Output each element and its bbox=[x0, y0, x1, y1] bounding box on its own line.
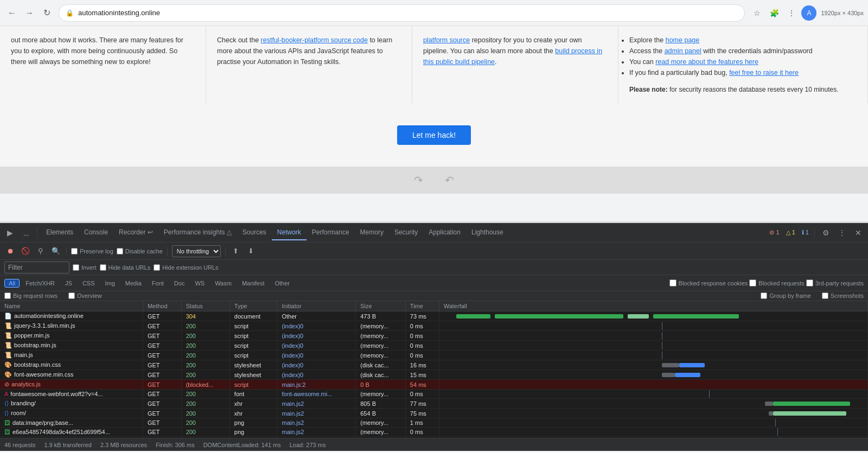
warn-count[interactable]: △ 1 bbox=[784, 228, 797, 237]
big-request-rows-checkbox[interactable] bbox=[4, 292, 11, 299]
table-row[interactable]: 🎨bootstrap.min.css GET 200 stylesheet (i… bbox=[0, 360, 868, 370]
col-type[interactable]: Type bbox=[229, 301, 277, 311]
hide-extension-urls-label[interactable]: Hide extension URLs bbox=[154, 264, 218, 271]
throttle-select[interactable]: No throttling bbox=[172, 245, 221, 257]
info-count[interactable]: ℹ 1 bbox=[800, 228, 811, 237]
record-button[interactable]: ⏺ bbox=[4, 245, 16, 257]
hide-data-urls-checkbox[interactable] bbox=[100, 264, 106, 271]
table-row[interactable]: ⟨⟩branding/ GET 200 xhr main.js2 805 B 7… bbox=[0, 399, 868, 409]
table-row[interactable]: 📜bootstrap.min.js GET 200 script (index)… bbox=[0, 341, 868, 351]
row-size: (disk cac... bbox=[356, 370, 406, 380]
bookmark-button[interactable]: ☆ bbox=[749, 5, 764, 21]
table-row[interactable]: 📄automationintesting.online GET 304 docu… bbox=[0, 311, 868, 321]
filter-manifest[interactable]: Manifest bbox=[238, 279, 269, 288]
invert-checkbox[interactable] bbox=[73, 264, 79, 271]
tab-security[interactable]: Security bbox=[389, 225, 423, 240]
table-row[interactable]: 📜main.js GET 200 script (index)0 (memory… bbox=[0, 351, 868, 360]
table-row[interactable]: 🖼e6ea54857498da9c4ef251d699f54... GET 20… bbox=[0, 428, 868, 437]
tab-network[interactable]: Network bbox=[272, 225, 307, 240]
filter-img[interactable]: Img bbox=[101, 279, 119, 288]
invert-label[interactable]: Invert bbox=[73, 264, 97, 271]
search-button[interactable]: 🔍 bbox=[50, 245, 62, 257]
tab-sources[interactable]: Sources bbox=[237, 225, 272, 240]
hack-button[interactable]: Let me hack! bbox=[397, 125, 471, 145]
table-row[interactable]: Afontawesome-webfont.woff2?v=4... GET 20… bbox=[0, 390, 868, 399]
screenshots-checkbox[interactable] bbox=[822, 292, 828, 299]
filter-doc[interactable]: Doc bbox=[170, 279, 189, 288]
filter-wasm[interactable]: Wasm bbox=[210, 279, 236, 288]
table-row[interactable]: ⟨⟩room/ GET 200 xhr main.js2 654 B 75 ms bbox=[0, 409, 868, 418]
back-button[interactable]: ← bbox=[4, 5, 20, 21]
platform-source-link[interactable]: platform source bbox=[423, 36, 470, 44]
table-row[interactable]: 📜popper.min.js GET 200 script (index)0 (… bbox=[0, 331, 868, 341]
inspect-element-button[interactable]: ▶ bbox=[2, 225, 17, 240]
third-party-checkbox[interactable] bbox=[806, 279, 813, 287]
filter-css[interactable]: CSS bbox=[78, 279, 99, 288]
feel-free-link[interactable]: feel free to raise it here bbox=[729, 69, 799, 77]
group-by-frame-checkbox[interactable] bbox=[761, 292, 767, 299]
hide-data-urls-label[interactable]: Hide data URLs bbox=[100, 264, 151, 271]
screenshots-label[interactable]: Screenshots bbox=[822, 292, 864, 299]
blocked-requests-checkbox[interactable] bbox=[749, 279, 756, 287]
tab-performance[interactable]: Performance bbox=[307, 225, 355, 240]
tab-application[interactable]: Application bbox=[423, 225, 466, 240]
filter-ws[interactable]: WS bbox=[190, 279, 209, 288]
big-request-rows-label[interactable]: Big request rows bbox=[4, 292, 58, 299]
tab-lighthouse[interactable]: Lighthouse bbox=[466, 225, 509, 240]
disable-cache-label[interactable]: Disable cache bbox=[117, 248, 163, 254]
upload-button[interactable]: ⬆ bbox=[230, 245, 242, 257]
admin-panel-link[interactable]: admin panel bbox=[665, 47, 701, 55]
tab-elements[interactable]: Elements bbox=[41, 225, 79, 240]
overview-checkbox[interactable] bbox=[68, 292, 75, 299]
filter-media[interactable]: Media bbox=[121, 279, 146, 288]
address-bar[interactable]: 🔒 automationintesting.online bbox=[59, 4, 745, 22]
filter-button[interactable]: ⚲ bbox=[35, 245, 47, 257]
col-status[interactable]: Status bbox=[181, 301, 229, 311]
preserve-log-label[interactable]: Preserve log bbox=[71, 248, 113, 254]
third-party-label[interactable]: 3rd-party requests bbox=[806, 279, 864, 287]
home-page-link[interactable]: home page bbox=[666, 36, 700, 44]
menu-button[interactable]: ⋮ bbox=[784, 5, 799, 21]
read-more-link[interactable]: read more about the features here bbox=[655, 58, 758, 66]
clear-button[interactable]: 🚫 bbox=[20, 245, 31, 257]
download-button[interactable]: ⬇ bbox=[245, 245, 257, 257]
table-row[interactable]: 📜jquery-3.3.1.slim.min.js GET 200 script… bbox=[0, 321, 868, 331]
col-time[interactable]: Time bbox=[405, 301, 439, 311]
refresh-button[interactable]: ↻ bbox=[39, 5, 54, 21]
table-row[interactable]: ⊘analytics.js GET (blocked... script mai… bbox=[0, 380, 868, 390]
col-size[interactable]: Size bbox=[356, 301, 406, 311]
close-devtools-button[interactable]: ✕ bbox=[851, 225, 866, 240]
filter-other[interactable]: Other bbox=[270, 279, 294, 288]
group-by-frame-label[interactable]: Group by frame bbox=[761, 292, 810, 299]
extensions-button[interactable]: 🧩 bbox=[767, 5, 782, 21]
filter-font[interactable]: Font bbox=[148, 279, 168, 288]
tab-recorder[interactable]: Recorder ↩ bbox=[113, 225, 158, 240]
blocked-response-label[interactable]: Blocked response cookies bbox=[669, 279, 748, 287]
tab-performance-insights[interactable]: Performance insights △ bbox=[158, 225, 237, 240]
col-name[interactable]: Name bbox=[0, 301, 143, 311]
settings-button[interactable]: ⚙ bbox=[818, 225, 833, 240]
hide-extension-urls-checkbox[interactable] bbox=[154, 264, 160, 271]
filter-js[interactable]: JS bbox=[61, 279, 76, 288]
tab-memory[interactable]: Memory bbox=[355, 225, 389, 240]
filter-input[interactable] bbox=[4, 262, 69, 273]
tab-console[interactable]: Console bbox=[79, 225, 113, 240]
build-process-link[interactable]: build process in this public build pipel… bbox=[423, 47, 602, 66]
overview-label[interactable]: Overview bbox=[68, 292, 102, 299]
table-row[interactable]: 🎨font-awesome.min.css GET 200 stylesheet… bbox=[0, 370, 868, 380]
forward-button[interactable]: → bbox=[22, 5, 37, 21]
source-code-link[interactable]: restful-booker-platform source code bbox=[261, 36, 368, 44]
blocked-requests-label[interactable]: Blocked requests bbox=[749, 279, 804, 287]
filter-fetch-xhr[interactable]: Fetch/XHR bbox=[21, 279, 59, 288]
filter-all[interactable]: All bbox=[4, 279, 20, 288]
table-row[interactable]: 🖼data:image/png;base... GET 200 png main… bbox=[0, 418, 868, 428]
col-waterfall[interactable]: Waterfall bbox=[439, 301, 867, 311]
preserve-log-checkbox[interactable] bbox=[71, 248, 78, 254]
device-toggle-button[interactable]: ⎵ bbox=[18, 225, 34, 240]
disable-cache-checkbox[interactable] bbox=[117, 248, 123, 254]
col-initiator[interactable]: Initiator bbox=[277, 301, 356, 311]
more-tools-button[interactable]: ⋮ bbox=[834, 225, 850, 240]
col-method[interactable]: Method bbox=[143, 301, 181, 311]
blocked-response-checkbox[interactable] bbox=[669, 279, 676, 287]
error-count[interactable]: ⊘ 1 bbox=[767, 228, 781, 237]
